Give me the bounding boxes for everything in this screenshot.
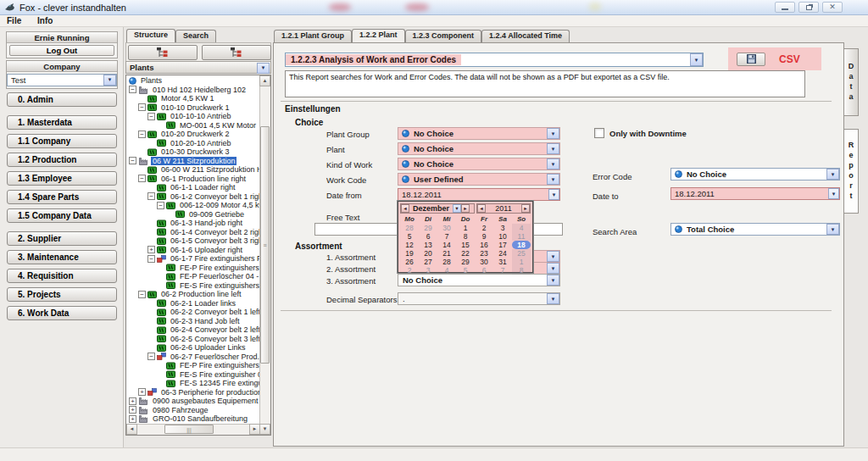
- sidebar-item-1-2-production[interactable]: 1.2 Production: [7, 153, 117, 167]
- title-bar[interactable]: Fox - clever instandhalten ✕: [0, 0, 868, 15]
- calendar-day[interactable]: 26: [400, 258, 419, 266]
- calendar-day[interactable]: 29: [456, 258, 475, 266]
- tree-item-label[interactable]: 06-2-4 Conveyor belt 2 left: [169, 325, 260, 334]
- dropdown-arrow-icon[interactable]: ▼: [547, 275, 559, 286]
- expand-tree-button[interactable]: [128, 45, 198, 60]
- calendar-day[interactable]: 30: [475, 258, 493, 266]
- chevron-down-icon[interactable]: ▼: [257, 63, 270, 74]
- tree-item-label[interactable]: 06-2-1 Loader links: [169, 299, 237, 308]
- calendar-day[interactable]: 8: [456, 232, 475, 241]
- calendar-day[interactable]: 12: [400, 241, 419, 249]
- calendar-day[interactable]: 5: [400, 232, 419, 241]
- tab-search[interactable]: Search: [175, 30, 216, 42]
- calendar-day[interactable]: 24: [493, 249, 512, 258]
- expand-node-icon[interactable]: +: [147, 246, 155, 253]
- calendar-day[interactable]: 5: [456, 266, 475, 275]
- tree-item-label[interactable]: 06-2-3 Hand Job left: [169, 317, 242, 325]
- month-dropdown-icon[interactable]: ▼: [453, 204, 461, 213]
- sidebar-item-1-3-employee[interactable]: 1.3 Employee: [7, 171, 117, 186]
- collapse-node-icon[interactable]: −: [138, 103, 146, 111]
- date-to-field[interactable]: 18.12.2011 ▼: [670, 187, 840, 200]
- dropdown-arrow-icon[interactable]: ▼: [547, 143, 559, 154]
- calendar-day[interactable]: 17: [493, 241, 512, 249]
- tree-vertical-scrollbar[interactable]: ▲ ≡ ▼: [259, 75, 270, 435]
- dropdown-arrow-icon[interactable]: ▼: [547, 174, 559, 185]
- calendar-day[interactable]: 1: [512, 258, 531, 266]
- tree-item-label[interactable]: FE-S Fire extinguishers 02 - 9l Foa: [178, 281, 260, 290]
- tree-item-label[interactable]: 06-1-3 Hand-job right: [169, 219, 244, 227]
- tree-item-label[interactable]: 06-3 Peripherie for production lines for: [159, 388, 260, 397]
- calendar-day[interactable]: 3: [493, 224, 512, 232]
- calendar-day[interactable]: 7: [437, 232, 456, 241]
- expand-node-icon[interactable]: +: [129, 406, 136, 414]
- collapse-node-icon[interactable]: −: [129, 86, 136, 93]
- plant-select[interactable]: No Choice ▼: [398, 142, 560, 155]
- dropdown-arrow-icon[interactable]: ▼: [547, 263, 559, 274]
- report-selector[interactable]: 1.2.2.3 Analysis of Work and Error Codes…: [285, 53, 704, 67]
- tree-item-label[interactable]: 06-1-2 Conveyor belt 1 right: [169, 192, 260, 201]
- scroll-up-icon[interactable]: ▲: [259, 75, 270, 86]
- tree-item-label[interactable]: 09-009 Getriebe: [187, 210, 246, 219]
- tree-item-label[interactable]: 006-12-009 Motor 4,5 kw: [178, 201, 260, 209]
- tab-1-2-1-plant-group[interactable]: 1.2.1 Plant Group: [274, 30, 352, 42]
- calendar-day[interactable]: 2: [400, 266, 419, 275]
- tree-item-label[interactable]: 06-1-1 Loader right: [169, 183, 237, 192]
- tree-item-label[interactable]: 010-10-10 Antrieb: [169, 112, 233, 120]
- scroll-down-icon[interactable]: ▼: [259, 424, 270, 435]
- tree-item-label[interactable]: FE-P Fire extinguishers 05-12 kg AB: [178, 361, 260, 369]
- calendar-day[interactable]: 6: [475, 266, 493, 275]
- calendar-day[interactable]: 15: [456, 241, 475, 249]
- calendar-day[interactable]: 8: [512, 266, 531, 275]
- work-code-select[interactable]: User Defined ▼: [398, 173, 560, 186]
- calendar-day[interactable]: 19: [400, 249, 419, 258]
- calendar-day[interactable]: 7: [493, 266, 512, 275]
- minimize-button[interactable]: [775, 2, 795, 13]
- calendar-day[interactable]: 23: [475, 249, 493, 258]
- tree-item-label[interactable]: 0900 ausgebautes Equipement: [151, 397, 260, 405]
- collapse-node-icon[interactable]: −: [147, 192, 155, 200]
- export-csv-button[interactable]: [737, 53, 765, 66]
- next-year-icon[interactable]: ►: [521, 204, 530, 213]
- collapse-node-icon[interactable]: −: [138, 291, 146, 298]
- tree-item-label-selected[interactable]: 06 W 211 Sitzproduktion: [151, 157, 236, 165]
- only-with-downtime-checkbox[interactable]: [594, 128, 604, 138]
- sidebar-item-6-work-data[interactable]: 6. Work Data: [7, 306, 117, 320]
- sidebar-item-1-5-company-data[interactable]: 1.5 Company Data: [7, 208, 117, 223]
- collapse-node-icon[interactable]: −: [129, 157, 136, 164]
- plant-group-select[interactable]: No Choice ▼: [398, 127, 560, 140]
- collapse-tree-button[interactable]: [202, 45, 271, 60]
- sidebar-item-1-1-company[interactable]: 1.1 Company: [7, 134, 117, 148]
- dropdown-arrow-icon[interactable]: ▼: [826, 224, 839, 235]
- assortment3-select[interactable]: No Choice ▼: [398, 274, 560, 286]
- calendar-day[interactable]: 21: [437, 249, 456, 258]
- tree-item-label[interactable]: FE-P Fire extinguishers 03 - 5 kg CO: [178, 264, 260, 272]
- company-select[interactable]: Test ▼: [7, 74, 117, 86]
- tree-item-label[interactable]: 010-20 Druckwerk 2: [159, 130, 231, 138]
- collapse-node-icon[interactable]: −: [147, 255, 155, 263]
- calendar-day[interactable]: 27: [419, 258, 437, 266]
- horizontal-scroll-thumb[interactable]: |||: [164, 425, 214, 434]
- calendar-day[interactable]: 25: [512, 249, 531, 258]
- calendar-day[interactable]: 6: [419, 232, 437, 241]
- calendar-day[interactable]: 30: [437, 224, 456, 232]
- sidebar-item-4-requisition[interactable]: 4. Requisition: [7, 269, 117, 283]
- calendar-day[interactable]: 1: [456, 224, 475, 232]
- calendar-day[interactable]: 13: [419, 241, 437, 249]
- menu-info[interactable]: Info: [31, 15, 59, 25]
- calendar-day[interactable]: 16: [475, 241, 493, 249]
- calendar-day-selected[interactable]: 18: [512, 241, 531, 249]
- calendar-day[interactable]: 11: [512, 232, 531, 241]
- collapse-node-icon[interactable]: −: [138, 131, 146, 138]
- sidebar-item-5-projects[interactable]: 5. Projects: [7, 287, 117, 302]
- scroll-right-icon[interactable]: ►: [249, 424, 260, 435]
- tab-1-2-2-plant[interactable]: 1.2.2 Plant: [352, 29, 405, 42]
- sidebar-item-1-4-spare-parts[interactable]: 1.4 Spare Parts: [7, 190, 117, 204]
- tree-item-label[interactable]: 06-1 Production line right: [159, 175, 248, 183]
- error-code-select[interactable]: No Choice ▼: [670, 168, 840, 181]
- dropdown-arrow-icon[interactable]: ▼: [547, 293, 559, 304]
- calendar-day[interactable]: 9: [475, 232, 493, 241]
- tree-item-label[interactable]: 06-2 Production line left: [159, 290, 243, 298]
- tree-item-label[interactable]: 010 Hd 102 Heidelberg 102: [151, 86, 248, 94]
- tree-horizontal-scrollbar[interactable]: ◄ ||| ►: [126, 424, 260, 435]
- dropdown-arrow-icon[interactable]: ▼: [547, 251, 559, 262]
